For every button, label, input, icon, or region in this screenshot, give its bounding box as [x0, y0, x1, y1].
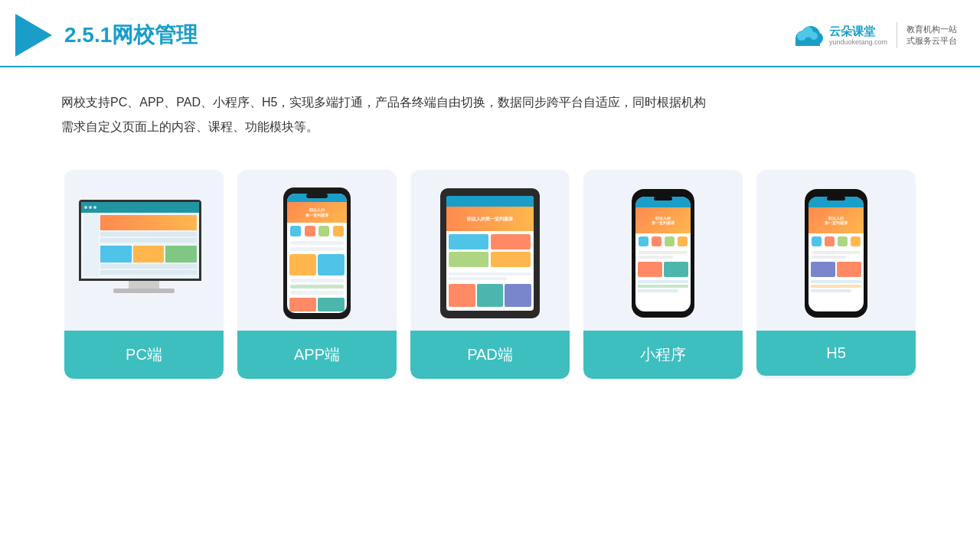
card-h5-image: 职达人的第一堂判题课	[756, 170, 916, 331]
divider	[897, 22, 897, 48]
logo-slogan: 教育机构一站 式服务云平台	[906, 24, 957, 47]
card-pc-label: PC端	[64, 331, 224, 379]
logo-text: 云朵课堂 yunduoketang.com	[829, 24, 887, 47]
card-pc: PC端	[64, 170, 224, 379]
h5-device: 职达人的第一堂判题课	[805, 189, 867, 318]
header: 2.5.1网校管理 云朵课堂 yunduoketang.com	[0, 0, 980, 67]
pad-device: 职达人的第一堂判题课	[440, 188, 540, 318]
card-pc-image	[64, 170, 224, 331]
description-text-1: 网校支持PC、APP、PAD、小程序、H5，实现多端打通，产品各终端自由切换，数…	[61, 90, 919, 115]
page-title: 2.5.1网校管理	[64, 21, 198, 50]
pc-screen	[79, 200, 201, 281]
cards-container: PC端 职达人的第一堂判题课	[0, 147, 980, 394]
header-left: 2.5.1网校管理	[15, 14, 198, 57]
card-miniprogram-image: 职达人的第一堂判题课	[583, 170, 743, 331]
card-app-label: APP端	[237, 331, 397, 379]
card-pad-label: PAD端	[410, 331, 570, 379]
description-block: 网校支持PC、APP、PAD、小程序、H5，实现多端打通，产品各终端自由切换，数…	[0, 67, 980, 147]
card-pad-image: 职达人的第一堂判题课	[410, 170, 570, 331]
card-h5: 职达人的第一堂判题课	[756, 170, 916, 379]
cloud-icon	[791, 24, 825, 46]
pc-device	[79, 200, 209, 307]
card-pad: 职达人的第一堂判题课	[410, 170, 570, 379]
card-miniprogram-label: 小程序	[583, 331, 743, 379]
description-text-2: 需求自定义页面上的内容、课程、功能模块等。	[61, 115, 919, 139]
svg-point-6	[810, 32, 818, 40]
miniprogram-device: 职达人的第一堂判题课	[632, 189, 694, 318]
svg-point-5	[797, 31, 806, 41]
card-app: 职达人的第一堂判题课	[237, 170, 397, 379]
brand-logo: 云朵课堂 yunduoketang.com	[791, 24, 887, 47]
header-right: 云朵课堂 yunduoketang.com 教育机构一站 式服务云平台	[791, 22, 957, 48]
app-device: 职达人的第一堂判题课	[283, 187, 351, 319]
card-h5-label: H5	[756, 331, 916, 376]
play-icon	[15, 14, 52, 57]
card-app-image: 职达人的第一堂判题课	[237, 170, 397, 331]
card-miniprogram: 职达人的第一堂判题课	[583, 170, 743, 379]
